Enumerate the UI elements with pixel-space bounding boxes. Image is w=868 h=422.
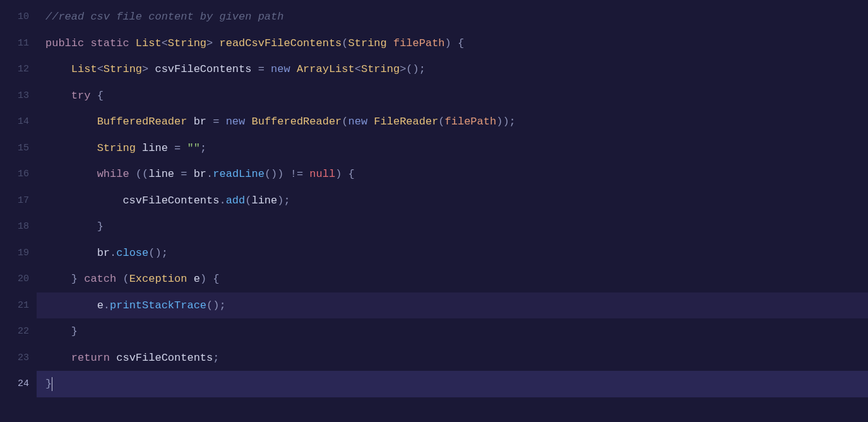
code-token: = <box>174 143 181 154</box>
code-token <box>187 116 193 127</box>
code-token: . <box>219 195 225 206</box>
code-token: while <box>97 169 129 179</box>
code-line[interactable]: e.printStackTrace(); <box>37 292 868 319</box>
code-token <box>367 116 374 127</box>
code-token: (( <box>136 169 148 179</box>
code-token: "" <box>187 143 199 154</box>
code-editor[interactable]: 101112131415161718192021222324 //read cs… <box>0 0 868 422</box>
code-line[interactable]: //read csv file content by given path <box>37 4 868 30</box>
code-token: br <box>194 116 206 127</box>
line-number: 24 <box>0 371 37 397</box>
code-token: List <box>136 38 162 49</box>
code-token <box>206 116 213 127</box>
code-token: e <box>97 300 104 311</box>
code-token: ) <box>277 195 283 206</box>
code-token <box>45 248 97 258</box>
code-token: ; <box>283 195 290 206</box>
code-token: line <box>148 169 174 179</box>
code-token: () <box>148 248 161 258</box>
code-token <box>213 38 219 49</box>
code-token: = <box>213 116 219 127</box>
code-token <box>174 169 181 179</box>
code-token <box>245 116 251 127</box>
code-token: ; <box>162 248 168 258</box>
code-token <box>116 274 122 284</box>
code-line[interactable]: return csvFileContents; <box>37 345 868 371</box>
code-line[interactable]: } <box>37 214 868 240</box>
code-line[interactable]: } <box>37 371 868 397</box>
code-token: < <box>162 38 168 49</box>
code-token: filePath <box>393 38 445 49</box>
code-token <box>45 116 97 127</box>
line-number-gutter: 101112131415161718192021222324 <box>0 0 37 422</box>
code-line[interactable]: public static List<String> readCsvFileCo… <box>37 30 868 57</box>
code-line[interactable]: br.close(); <box>37 240 868 267</box>
line-number: 13 <box>0 83 37 109</box>
line-number: 12 <box>0 56 37 83</box>
code-token: static <box>90 38 129 49</box>
code-line[interactable]: BufferedReader br = new BufferedReader(n… <box>37 109 868 135</box>
code-token <box>45 169 97 179</box>
code-token: close <box>116 248 148 258</box>
code-token: ; <box>213 353 219 363</box>
code-token <box>45 143 97 154</box>
code-line[interactable]: while ((line = br.readLine()) != null) { <box>37 161 868 188</box>
code-token: ( <box>438 116 444 127</box>
code-token: > <box>400 64 406 75</box>
code-token: = <box>258 64 265 75</box>
code-token <box>110 353 116 363</box>
code-token: . <box>206 169 213 179</box>
code-token <box>129 38 136 49</box>
line-number: 16 <box>0 161 37 188</box>
code-line[interactable]: csvFileContents.add(line); <box>37 188 868 214</box>
code-token <box>45 300 97 311</box>
code-token: br <box>97 248 110 258</box>
line-number: 23 <box>0 345 37 371</box>
line-number: 20 <box>0 266 37 292</box>
code-token: < <box>355 64 361 75</box>
code-line[interactable]: } <box>37 318 868 345</box>
code-token: String <box>361 64 400 75</box>
code-token: BufferedReader <box>97 116 187 127</box>
code-area[interactable]: //read csv file content by given pathpub… <box>37 0 868 422</box>
code-token: () <box>406 64 419 75</box>
code-token <box>45 353 71 363</box>
code-token <box>45 326 71 337</box>
line-number: 18 <box>0 214 37 240</box>
code-token: csvFileContents <box>122 195 219 206</box>
code-token: String <box>97 143 136 154</box>
code-token <box>136 143 142 154</box>
code-token: String <box>348 38 387 49</box>
code-token: . <box>104 300 110 311</box>
code-token: ) <box>200 274 206 284</box>
code-token <box>181 143 187 154</box>
code-token: ( <box>122 274 129 284</box>
code-token: catch <box>84 274 116 284</box>
code-token: ; <box>219 300 225 311</box>
code-token: () <box>206 300 219 311</box>
code-token: String <box>104 64 142 75</box>
code-token <box>342 169 348 179</box>
line-number: 14 <box>0 109 37 135</box>
code-token: > <box>142 64 148 75</box>
code-token: null <box>309 169 335 179</box>
code-token: readLine <box>213 169 265 179</box>
code-token: ; <box>419 64 425 75</box>
code-token: ( <box>245 195 251 206</box>
code-token: ; <box>200 143 206 154</box>
code-token <box>45 90 71 101</box>
code-token: ) <box>335 169 342 179</box>
code-token <box>219 116 225 127</box>
code-token: < <box>97 64 104 75</box>
code-line[interactable]: try { <box>37 83 868 109</box>
code-token: ) <box>445 38 451 49</box>
code-token: } <box>45 378 52 389</box>
code-line[interactable]: } catch (Exception e) { <box>37 266 868 292</box>
line-number: 11 <box>0 30 37 57</box>
code-token: add <box>226 195 246 206</box>
code-line[interactable]: List<String> csvFileContents = new Array… <box>37 56 868 83</box>
code-token: new <box>271 64 290 75</box>
code-line[interactable]: String line = ""; <box>37 135 868 162</box>
code-token: ()) <box>265 169 284 179</box>
code-token <box>284 169 290 179</box>
